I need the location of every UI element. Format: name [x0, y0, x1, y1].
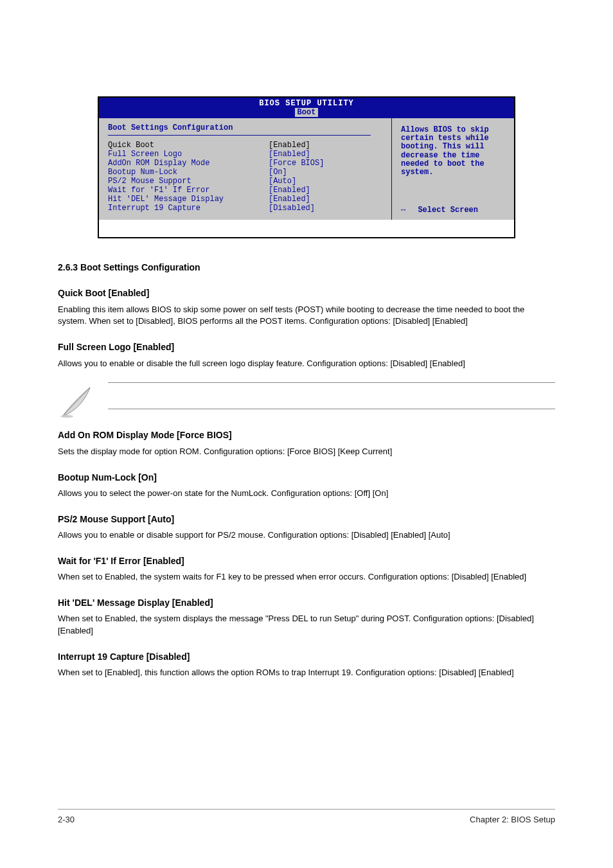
bios-setting-label: Quick Boot [108, 141, 269, 150]
section-body: Allows you to enable or disable support … [58, 529, 555, 542]
doc-section: Bootup Num-Lock [On]Allows you to select… [58, 471, 555, 500]
bios-setting-value: [Disabled] [269, 204, 385, 213]
section-body: Allows you to select the power-on state … [58, 488, 555, 500]
note-rule-bottom [108, 409, 555, 409]
note-callout [58, 382, 555, 421]
section-body: When set to Enabled, the system displays… [58, 613, 555, 637]
bios-setting-value: [Enabled] [269, 141, 385, 150]
page-footer: 2-30 Chapter 2: BIOS Setup [58, 809, 555, 824]
bios-setting-value: [Force BIOS] [269, 159, 385, 168]
section-body: When set to [Enabled], this function all… [58, 667, 555, 679]
doc-section: PS/2 Mouse Support [Auto]Allows you to e… [58, 513, 555, 542]
bios-screenshot: BIOS SETUP UTILITY Boot Boot Settings Co… [98, 96, 515, 238]
section-heading: Quick Boot [Enabled] [58, 287, 555, 299]
svg-point-0 [60, 415, 73, 418]
bios-active-tab[interactable]: Boot [295, 108, 319, 117]
doc-section: Wait for 'F1' If Error [Enabled]When set… [58, 554, 555, 583]
doc-section: Hit 'DEL' Message Display [Enabled]When … [58, 596, 555, 637]
footer-chapter: Chapter 2: BIOS Setup [470, 815, 555, 824]
bios-setting-value: [Enabled] [269, 186, 385, 195]
bios-setting-label: Interrupt 19 Capture [108, 204, 269, 213]
section-body: When set to Enabled, the system waits fo… [58, 571, 555, 583]
section-heading: Hit 'DEL' Message Display [Enabled] [58, 596, 555, 609]
section-body: Allows you to enable or disable the full… [58, 358, 555, 370]
bios-nav-hint: ↔ Select Screen [401, 206, 508, 215]
section-body: Sets the display mode for option ROM. Co… [58, 446, 555, 458]
bios-setting-label: AddOn ROM Display Mode [108, 159, 269, 168]
section-heading: 2.6.3 Boot Settings Configuration [58, 261, 555, 274]
bios-setting-row[interactable]: Full Screen Logo[Enabled] [108, 150, 385, 159]
bios-setting-row[interactable]: Quick Boot[Enabled] [108, 141, 385, 150]
bios-setting-row[interactable]: Interrupt 19 Capture[Disabled] [108, 204, 385, 213]
bios-setting-value: [Enabled] [269, 195, 385, 204]
section-heading: Interrupt 19 Capture [Disabled] [58, 650, 555, 663]
bios-setting-value: [On] [269, 168, 385, 177]
bios-setting-row[interactable]: Hit 'DEL' Message Display[Enabled] [108, 195, 385, 204]
bios-setting-value: [Enabled] [269, 150, 385, 159]
bios-setting-label: Full Screen Logo [108, 150, 269, 159]
arrow-left-right-icon: ↔ [401, 206, 405, 215]
bios-help-text: Allows BIOS to skip certain tests while … [401, 126, 508, 177]
bios-setting-label: PS/2 Mouse Support [108, 177, 269, 186]
bios-setting-row[interactable]: Wait for 'F1' If Error[Enabled] [108, 186, 385, 195]
bios-setting-row[interactable]: AddOn ROM Display Mode[Force BIOS] [108, 159, 385, 168]
doc-section: Quick Boot [Enabled]Enabling this item a… [58, 287, 555, 328]
footer-page-number: 2-30 [58, 815, 75, 824]
bios-setting-label: Bootup Num-Lock [108, 168, 269, 177]
section-heading: Add On ROM Display Mode [Force BIOS] [58, 429, 555, 441]
doc-section: Full Screen Logo [Enabled]Allows you to … [58, 341, 555, 369]
quill-pen-icon [58, 382, 96, 421]
doc-section: 2.6.3 Boot Settings Configuration [58, 261, 555, 274]
section-heading: PS/2 Mouse Support [Auto] [58, 513, 555, 526]
bios-setting-label: Hit 'DEL' Message Display [108, 195, 269, 204]
note-rule-top [108, 382, 555, 383]
bios-setting-label: Wait for 'F1' If Error [108, 186, 269, 195]
bios-nav-label: Select Screen [418, 206, 478, 215]
doc-section: Add On ROM Display Mode [Force BIOS]Sets… [58, 429, 555, 457]
document-content: 2.6.3 Boot Settings ConfigurationQuick B… [58, 261, 555, 679]
bios-title: BIOS SETUP UTILITY [99, 98, 514, 108]
section-heading: Full Screen Logo [Enabled] [58, 341, 555, 353]
bios-setting-row[interactable]: Bootup Num-Lock[On] [108, 168, 385, 177]
bios-section-title: Boot Settings Configuration [108, 123, 371, 136]
doc-section: Interrupt 19 Capture [Disabled]When set … [58, 650, 555, 679]
bios-setting-row[interactable]: PS/2 Mouse Support[Auto] [108, 177, 385, 186]
torn-edge-mask [98, 220, 515, 238]
section-heading: Wait for 'F1' If Error [Enabled] [58, 554, 555, 567]
section-heading: Bootup Num-Lock [On] [58, 471, 555, 484]
bios-setting-value: [Auto] [269, 177, 385, 186]
section-body: Enabling this item allows BIOS to skip s… [58, 304, 555, 328]
bios-tab-row: Boot [99, 108, 514, 118]
